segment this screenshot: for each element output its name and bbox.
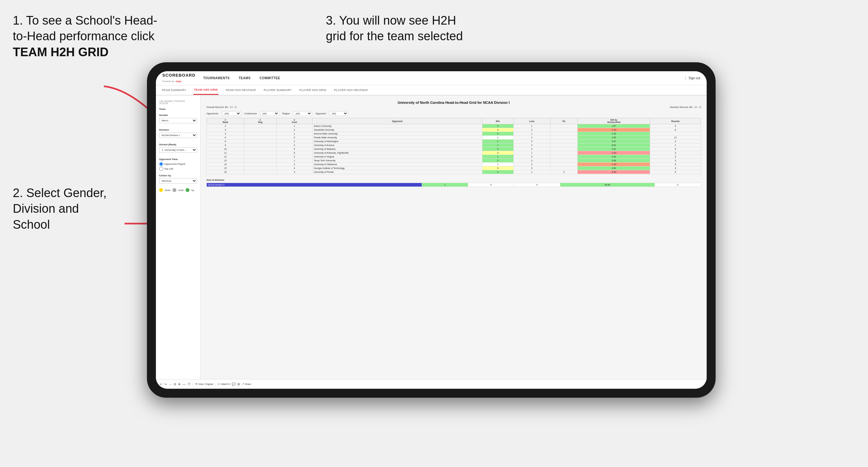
gender-label: Gender xyxy=(159,114,197,117)
colour-up xyxy=(186,188,189,192)
cell-reg xyxy=(244,159,276,163)
out-division-name: NCAA Division II xyxy=(207,183,422,187)
cell-opponent: Texas Tech University xyxy=(312,159,482,163)
subnav-player-h2h-heatmap[interactable]: PLAYER H2H HEATMAP xyxy=(334,85,369,95)
comment-icon[interactable]: 💬 xyxy=(231,382,236,386)
cell-conf: 2 xyxy=(276,163,312,166)
watch-btn[interactable]: 👓 Watch ▾ xyxy=(218,383,230,385)
cell-win: 0 xyxy=(482,166,514,170)
cell-loss: 1 xyxy=(514,151,551,155)
cell-conf: 6 xyxy=(276,151,312,155)
cell-rank: 13 xyxy=(207,159,244,163)
view-original-btn[interactable]: 👁 View: Original xyxy=(195,383,213,385)
cell-diff: 2.29 xyxy=(578,132,650,136)
cell-diff: 5.56 xyxy=(578,159,650,163)
col-loss: Loss xyxy=(514,118,551,124)
cell-win: 2 xyxy=(482,124,514,128)
logo-sub: Powered by clippi xyxy=(162,77,195,83)
ann2-line3: School xyxy=(13,218,50,231)
colour-down xyxy=(159,188,163,192)
opponents-filter-label: Opponents: xyxy=(206,112,219,115)
cell-loss: 4 xyxy=(514,128,551,132)
radio-top100[interactable]: Top 100 xyxy=(159,167,197,171)
annotation-1: 1. To see a School's Head- to-Head perfo… xyxy=(13,13,166,60)
opponents-filter-select[interactable]: (All) xyxy=(222,111,241,116)
cell-rounds: 12 xyxy=(650,136,701,139)
col-diff: Diff AvStrokes/Rnd xyxy=(578,118,650,124)
cell-opponent: Vanderbilt University xyxy=(312,128,482,132)
subnav-player-summary[interactable]: PLAYER SUMMARY xyxy=(263,85,292,95)
bottom-toolbar: ↩ ↪ → ⧉ ⊕ — ⏱ | 👁 View: Original | 👓 Wat… xyxy=(156,379,707,389)
cell-loss: 2 xyxy=(514,163,551,166)
clock-icon[interactable]: ⏱ xyxy=(188,382,191,386)
add-icon[interactable]: ⊕ xyxy=(178,382,181,386)
out-tie: 0 xyxy=(514,183,560,187)
cell-win: 1 xyxy=(482,155,514,159)
school-label: School (Rank) xyxy=(159,143,197,146)
school-select[interactable]: 1. University of Nort... xyxy=(159,147,197,153)
undo-icon[interactable]: ↩ xyxy=(160,382,162,386)
cell-tie xyxy=(550,139,578,144)
cell-conf: 3 xyxy=(276,144,312,147)
share-btn[interactable]: ↗ Share xyxy=(242,383,251,385)
colour-level xyxy=(173,188,176,192)
cell-rounds xyxy=(650,132,701,136)
subnav-team-h2h-grid[interactable]: TEAM H2H GRID xyxy=(193,85,219,95)
colour-select[interactable]: Win/loss xyxy=(159,178,197,184)
cell-rounds: 9 xyxy=(650,166,701,170)
conference-filter-select[interactable]: (All) xyxy=(260,111,279,116)
cell-opponent: University of Alabama xyxy=(312,147,482,151)
data-records: Overall Record: 89 - 17 - 0 Division Rec… xyxy=(206,106,701,108)
table-row: 3 2 Vanderbilt University 0 4 -2.29 8 xyxy=(207,128,701,132)
cell-rounds: 3 xyxy=(650,155,701,159)
layout-icon[interactable]: ⊞ xyxy=(237,382,240,386)
gender-select[interactable]: Men's xyxy=(159,118,197,123)
region-filter-select[interactable]: (All) xyxy=(293,111,312,116)
team-label: Team xyxy=(159,107,197,111)
opponent-filter-select[interactable]: (All) xyxy=(329,111,348,116)
out-of-division-label: Out of division xyxy=(206,179,701,181)
cell-rounds: 8 xyxy=(650,128,701,132)
copy-icon[interactable]: ⧉ xyxy=(174,382,176,386)
cell-diff: 9.00 xyxy=(578,144,650,147)
cell-rounds: 9 xyxy=(650,170,701,174)
cell-reg xyxy=(244,155,276,159)
nav-teams[interactable]: TEAMS xyxy=(239,76,251,80)
cell-reg xyxy=(244,170,276,174)
table-row: 2 1 Auburn University 2 1 1.67 9 xyxy=(207,124,701,128)
subnav-player-h2h-grid[interactable]: PLAYER H2H GRID xyxy=(299,85,327,95)
redo-icon[interactable]: ↪ xyxy=(164,382,167,386)
sign-out-button[interactable]: Sign out xyxy=(688,76,700,80)
cell-reg xyxy=(244,128,276,132)
division-select[interactable]: NCAA Division I xyxy=(159,132,197,138)
out-loss: 0 xyxy=(468,183,514,187)
out-of-division-table: NCAA Division II 1 0 0 26.00 3 xyxy=(206,183,701,187)
forward-icon[interactable]: → xyxy=(169,382,172,386)
cell-loss: 0 xyxy=(514,144,551,147)
cell-reg xyxy=(244,163,276,166)
radio-opponents-played[interactable]: Opponents Played xyxy=(159,162,197,166)
cell-diff: -6.62 xyxy=(578,170,650,174)
cell-tie: 0 xyxy=(550,170,578,174)
subnav-team-h2h-heatmap[interactable]: TEAM H2H HEATMAP xyxy=(225,85,257,95)
col-tie: Tie xyxy=(550,118,578,124)
out-diff: 26.00 xyxy=(560,183,655,187)
grid-table: #Rank #Reg #Conf Opponent Win Loss Tie D… xyxy=(206,118,701,174)
cell-tie xyxy=(550,166,578,170)
cell-diff: 1.67 xyxy=(578,124,650,128)
cell-win: 1 xyxy=(482,144,514,147)
col-rank: #Rank xyxy=(207,118,244,124)
nav-committee[interactable]: COMMITTEE xyxy=(260,76,280,80)
cell-tie xyxy=(550,151,578,155)
cell-rounds: 3 xyxy=(650,139,701,144)
subnav-team-summary[interactable]: TEAM SUMMARY xyxy=(161,85,187,95)
cell-win: 1 xyxy=(482,139,514,144)
cell-rank: 4 xyxy=(207,132,244,136)
cell-loss: 1 xyxy=(514,132,551,136)
nav-tournaments[interactable]: TOURNAMENTS xyxy=(203,76,230,80)
dash-icon[interactable]: — xyxy=(182,382,186,386)
table-row: 15 4 Georgia Institute of Technology 0 5… xyxy=(207,166,701,170)
cell-rank: 2 xyxy=(207,124,244,128)
cell-diff: -4.33 xyxy=(578,151,650,155)
cell-win: 0 xyxy=(482,128,514,132)
